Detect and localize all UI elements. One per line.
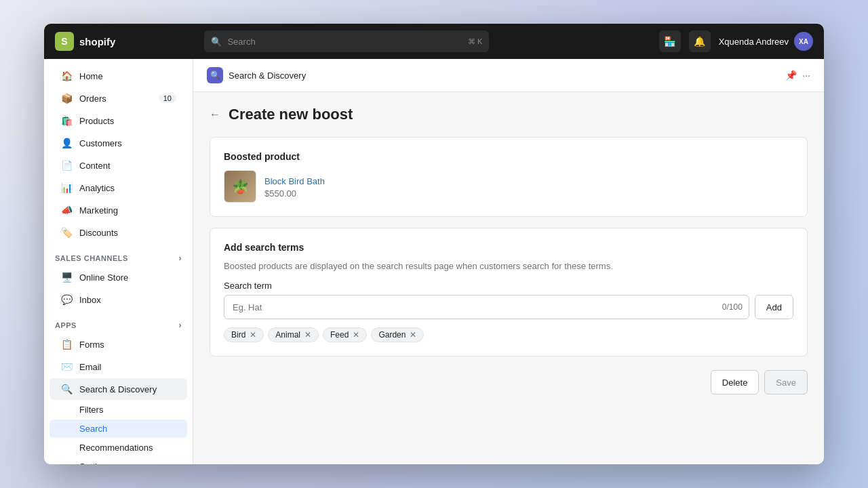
tag-label: Bird bbox=[231, 330, 245, 340]
tag-label: Garden bbox=[378, 330, 406, 340]
tag: Animal✕ bbox=[268, 327, 319, 342]
chevron-right-icon: › bbox=[179, 253, 182, 263]
sub-header-left: 🔍 Search & Discovery bbox=[207, 67, 306, 83]
sidebar-item-label: Forms bbox=[79, 340, 104, 350]
email-icon: ✉️ bbox=[60, 361, 73, 373]
tag-remove-button[interactable]: ✕ bbox=[410, 331, 416, 339]
tag-remove-button[interactable]: ✕ bbox=[353, 331, 359, 339]
user-name: Xquenda Andreev bbox=[719, 37, 789, 47]
sidebar-sub-item-label: Recommendations bbox=[79, 443, 153, 453]
product-thumbnail: 🪴 bbox=[224, 170, 256, 203]
delete-button[interactable]: Delete bbox=[711, 370, 760, 394]
search-term-label: Search term bbox=[224, 281, 793, 291]
notification-icon-btn[interactable]: 🔔 bbox=[689, 30, 711, 52]
tag-remove-button[interactable]: ✕ bbox=[304, 331, 311, 339]
save-button[interactable]: Save bbox=[764, 370, 808, 394]
topbar: S shopify 🔍 Search ⌘ K 🏪 🔔 Xquenda Andre… bbox=[44, 24, 824, 59]
main-content: 🏠 Home 📦 Orders 10 🛍️ Products 👤 Custome… bbox=[44, 59, 824, 464]
search-shortcut: ⌘ K bbox=[468, 37, 482, 46]
orders-badge: 10 bbox=[159, 94, 176, 103]
search-icon: 🔍 bbox=[211, 37, 222, 47]
discounts-icon: 🏷️ bbox=[60, 226, 73, 239]
add-search-terms-title: Add search terms bbox=[224, 242, 793, 253]
products-icon: 🛍️ bbox=[60, 115, 73, 127]
product-info: Block Bird Bath $550.00 bbox=[264, 175, 325, 199]
sidebar-item-label: Inbox bbox=[79, 295, 101, 305]
online-store-icon: 🖥️ bbox=[60, 271, 73, 283]
chevron-right-icon: › bbox=[179, 321, 182, 330]
page-title: Create new boost bbox=[229, 106, 353, 123]
sidebar-item-label: Orders bbox=[79, 94, 106, 104]
page-body: ← Create new boost Boosted product 🪴 Blo… bbox=[193, 92, 824, 408]
tags-row: Bird✕Animal✕Feed✕Garden✕ bbox=[224, 327, 793, 342]
user-badge[interactable]: Xquenda Andreev XA bbox=[719, 32, 813, 51]
marketing-icon: 📣 bbox=[60, 204, 73, 216]
customers-icon: 👤 bbox=[60, 137, 73, 149]
sidebar: 🏠 Home 📦 Orders 10 🛍️ Products 👤 Custome… bbox=[44, 59, 193, 464]
sidebar-sub-item-label: Settings bbox=[79, 462, 111, 464]
sub-header: 🔍 Search & Discovery 📌 ··· bbox=[193, 59, 824, 92]
sidebar-sub-item-filters[interactable]: Filters bbox=[50, 401, 187, 419]
shopify-logo-text: shopify bbox=[79, 36, 115, 47]
page-title-row: ← Create new boost bbox=[210, 106, 808, 123]
sidebar-item-content[interactable]: 📄 Content bbox=[50, 155, 187, 176]
boosted-product-card: Boosted product 🪴 Block Bird Bath $550.0… bbox=[210, 137, 808, 217]
sidebar-item-label: Home bbox=[79, 71, 103, 81]
sidebar-sub-item-recommendations[interactable]: Recommendations bbox=[50, 439, 187, 457]
product-price: $550.00 bbox=[264, 188, 325, 199]
sidebar-item-orders[interactable]: 📦 Orders 10 bbox=[50, 87, 187, 109]
sidebar-item-marketing[interactable]: 📣 Marketing bbox=[50, 199, 187, 221]
sidebar-item-label: Discounts bbox=[79, 228, 118, 238]
page-content: 🔍 Search & Discovery 📌 ··· ← Create new … bbox=[193, 59, 824, 464]
search-discovery-icon: 🔍 bbox=[60, 383, 73, 395]
sidebar-sub-item-label: Filters bbox=[79, 405, 103, 415]
sidebar-item-online-store[interactable]: 🖥️ Online Store bbox=[50, 266, 187, 288]
product-name-link[interactable]: Block Bird Bath bbox=[264, 176, 325, 186]
home-icon: 🏠 bbox=[60, 70, 73, 82]
pin-icon[interactable]: 📌 bbox=[785, 70, 797, 81]
shopify-logo[interactable]: S shopify bbox=[55, 32, 115, 51]
product-row: 🪴 Block Bird Bath $550.00 bbox=[224, 170, 793, 203]
sidebar-item-label: Analytics bbox=[79, 183, 115, 193]
store-icon-btn[interactable]: 🏪 bbox=[659, 30, 681, 52]
apps-section: Apps › bbox=[44, 311, 193, 333]
sidebar-item-products[interactable]: 🛍️ Products bbox=[50, 110, 187, 131]
sidebar-item-label: Customers bbox=[79, 138, 122, 148]
sidebar-item-discounts[interactable]: 🏷️ Discounts bbox=[50, 222, 187, 243]
sidebar-item-home[interactable]: 🏠 Home bbox=[50, 65, 187, 87]
search-term-input-row: 0/100 Add bbox=[224, 295, 793, 319]
sidebar-item-customers[interactable]: 👤 Customers bbox=[50, 132, 187, 154]
search-terms-card: Add search terms Boosted products are di… bbox=[210, 228, 808, 357]
tag-label: Feed bbox=[330, 330, 349, 340]
avatar: XA bbox=[794, 32, 813, 51]
boosted-product-card-body: Boosted product 🪴 Block Bird Bath $550.0… bbox=[210, 138, 807, 216]
search-terms-description: Boosted products are displayed on the se… bbox=[224, 261, 793, 271]
search-placeholder: Search bbox=[227, 37, 255, 47]
footer-actions: Delete Save bbox=[210, 370, 808, 394]
add-button[interactable]: Add bbox=[755, 295, 793, 319]
sidebar-item-label: Content bbox=[79, 161, 111, 171]
back-button[interactable]: ← bbox=[210, 108, 220, 121]
tag: Garden✕ bbox=[371, 327, 424, 342]
sub-header-app-icon: 🔍 bbox=[207, 67, 223, 83]
orders-icon: 📦 bbox=[60, 92, 73, 104]
sidebar-item-label: Marketing bbox=[79, 205, 118, 216]
sidebar-item-search-discovery[interactable]: 🔍 Search & Discovery bbox=[50, 378, 187, 400]
tag: Bird✕ bbox=[224, 327, 264, 342]
sub-header-actions: 📌 ··· bbox=[785, 70, 810, 81]
sidebar-item-inbox[interactable]: 💬 Inbox bbox=[50, 289, 187, 310]
sidebar-sub-item-search[interactable]: Search bbox=[50, 420, 187, 438]
sidebar-sub-item-settings[interactable]: Settings bbox=[50, 458, 187, 464]
shopify-logo-icon: S bbox=[55, 32, 74, 51]
more-icon[interactable]: ··· bbox=[802, 70, 810, 81]
global-search-bar[interactable]: 🔍 Search ⌘ K bbox=[204, 30, 489, 52]
sidebar-item-label: Email bbox=[79, 362, 102, 372]
char-count: 0/100 bbox=[722, 302, 743, 312]
sidebar-item-forms[interactable]: 📋 Forms bbox=[50, 333, 187, 355]
sidebar-item-analytics[interactable]: 📊 Analytics bbox=[50, 177, 187, 199]
tag: Feed✕ bbox=[323, 327, 367, 342]
sidebar-item-email[interactable]: ✉️ Email bbox=[50, 356, 187, 378]
sidebar-item-label: Search & Discovery bbox=[79, 384, 157, 394]
tag-remove-button[interactable]: ✕ bbox=[250, 331, 256, 339]
search-term-input[interactable] bbox=[224, 295, 749, 319]
